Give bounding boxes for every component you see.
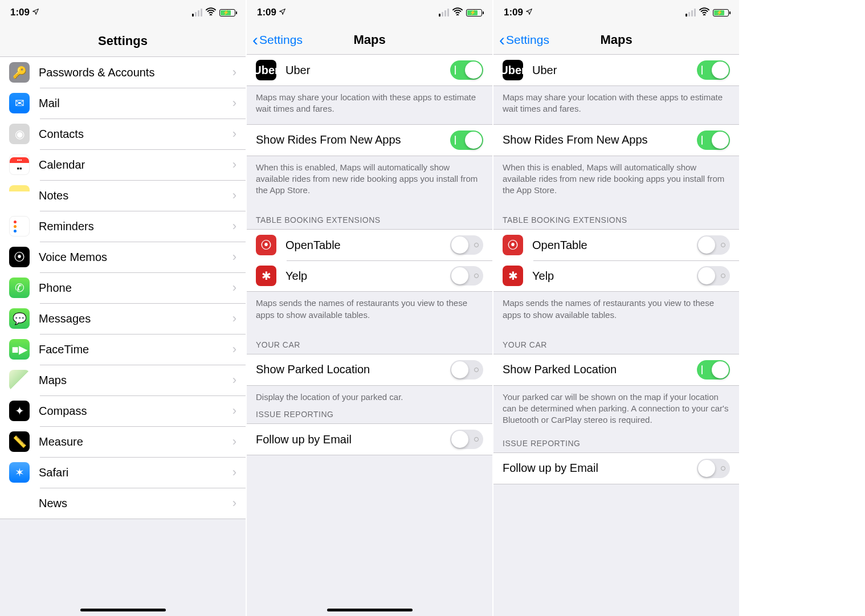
row-label: Phone — [39, 282, 232, 295]
row-opentable[interactable]: ⦿ OpenTable — [493, 230, 739, 260]
row-yelp[interactable]: ✱ Yelp — [493, 260, 739, 291]
wifi-icon — [206, 7, 216, 18]
row-label: Notes — [39, 189, 232, 202]
row-voicememos[interactable]: ⦿ Voice Memos › — [0, 242, 246, 272]
row-show-rides[interactable]: Show Rides From New Apps — [247, 125, 492, 156]
row-label: Show Rides From New Apps — [503, 133, 697, 146]
toggle-parked[interactable] — [697, 360, 730, 380]
page-title: Settings — [0, 34, 246, 48]
chevron-right-icon: › — [232, 65, 236, 80]
status-time: 1:09 — [504, 7, 523, 18]
row-yelp[interactable]: ✱ Yelp — [247, 260, 492, 291]
uber-icon: Uber — [256, 60, 276, 80]
row-safari[interactable]: ✶ Safari › — [0, 457, 246, 488]
status-bar: 1:09 — [493, 0, 739, 25]
section-issue-reporting: ISSUE REPORTING — [247, 406, 492, 423]
row-followup[interactable]: Follow up by Email — [247, 424, 492, 455]
row-label: News — [39, 497, 232, 510]
yelp-icon: ✱ — [256, 266, 276, 286]
row-uber[interactable]: Uber Uber — [247, 55, 492, 85]
status-time: 1:09 — [257, 7, 276, 18]
location-icon — [525, 7, 533, 18]
row-label: Mail — [39, 97, 232, 110]
chevron-right-icon: › — [232, 373, 236, 387]
row-mail[interactable]: ✉︎ Mail › — [0, 88, 246, 119]
chevron-right-icon: › — [232, 250, 236, 264]
row-label: Uber — [532, 64, 697, 77]
toggle-show-rides[interactable] — [450, 130, 483, 150]
toggle-opentable[interactable] — [697, 235, 730, 255]
toggle-uber[interactable] — [697, 60, 730, 80]
section-table-booking: TABLE BOOKING EXTENSIONS — [493, 205, 739, 229]
row-notes[interactable]: Notes › — [0, 180, 246, 211]
home-indicator[interactable] — [80, 609, 166, 611]
row-label: Follow up by Email — [256, 433, 450, 446]
voicememos-icon: ⦿ — [9, 247, 30, 267]
row-followup[interactable]: Follow up by Email — [493, 453, 739, 484]
toggle-uber[interactable] — [450, 60, 483, 80]
compass-icon: ✦ — [9, 401, 30, 421]
row-calendar[interactable]: •••▪▪ Calendar › — [0, 149, 246, 180]
chevron-right-icon: › — [232, 157, 236, 172]
toggle-followup[interactable] — [450, 430, 483, 449]
row-parked[interactable]: Show Parked Location — [493, 354, 739, 385]
show-rides-footer: When this is enabled, Maps will automati… — [493, 156, 739, 206]
row-uber[interactable]: Uber Uber — [493, 55, 739, 85]
row-label: Uber — [285, 64, 450, 77]
show-rides-footer: When this is enabled, Maps will automati… — [247, 156, 492, 206]
maps-icon — [9, 370, 30, 390]
row-label: Voice Memos — [39, 251, 232, 264]
row-label: Safari — [39, 466, 232, 479]
row-label: FaceTime — [39, 343, 232, 356]
back-button[interactable]: ‹Settings — [247, 31, 303, 48]
row-parked[interactable]: Show Parked Location — [247, 354, 492, 385]
row-compass[interactable]: ✦ Compass › — [0, 395, 246, 426]
back-label: Settings — [506, 33, 549, 47]
cell-signal-icon — [192, 9, 202, 17]
toggle-opentable[interactable] — [450, 235, 483, 255]
row-messages[interactable]: 💬 Messages › — [0, 303, 246, 334]
messages-icon: 💬 — [9, 308, 30, 329]
chevron-right-icon: › — [232, 219, 236, 234]
toggle-yelp[interactable] — [697, 266, 730, 285]
row-label: Passwords & Accounts — [39, 66, 232, 79]
toggle-parked[interactable] — [450, 360, 483, 380]
row-passwords[interactable]: 🔑 Passwords & Accounts › — [0, 57, 246, 88]
toggle-show-rides[interactable] — [697, 130, 730, 150]
opentable-icon: ⦿ — [256, 235, 276, 255]
home-indicator[interactable] — [327, 609, 413, 611]
status-time: 1:09 — [10, 7, 30, 18]
battery-icon — [713, 9, 729, 17]
chevron-left-icon: ‹ — [252, 31, 258, 48]
parked-footer: Your parked car will be shown on the map… — [493, 386, 739, 435]
ride-footer: Maps may share your location with these … — [493, 86, 739, 124]
chevron-right-icon: › — [232, 311, 236, 326]
nav-header: Settings — [0, 25, 246, 57]
chevron-right-icon: › — [232, 96, 236, 111]
row-contacts[interactable]: ◉ Contacts › — [0, 119, 246, 149]
row-reminders[interactable]: Reminders › — [0, 211, 246, 242]
chevron-left-icon: ‹ — [499, 31, 505, 48]
row-label: Yelp — [285, 270, 450, 283]
row-measure[interactable]: 📏 Measure › — [0, 426, 246, 457]
cell-signal-icon — [439, 9, 449, 17]
row-show-rides[interactable]: Show Rides From New Apps — [493, 125, 739, 156]
cell-signal-icon — [686, 9, 696, 17]
wifi-icon — [699, 7, 709, 18]
screen-maps-1: 1:09 ‹Settings Maps Uber Uber Maps may s… — [247, 0, 493, 616]
row-opentable[interactable]: ⦿ OpenTable — [247, 230, 492, 260]
row-news[interactable]: N News › — [0, 488, 246, 519]
toggle-yelp[interactable] — [450, 266, 483, 285]
section-your-car: YOUR CAR — [493, 330, 739, 354]
section-issue-reporting: ISSUE REPORTING — [493, 435, 739, 452]
back-button[interactable]: ‹Settings — [493, 31, 549, 48]
status-bar: 1:09 — [0, 0, 246, 25]
battery-icon — [466, 9, 482, 17]
settings-list[interactable]: 🔑 Passwords & Accounts › ✉︎ Mail › ◉ Con… — [0, 57, 246, 616]
toggle-followup[interactable] — [697, 459, 730, 478]
row-maps[interactable]: Maps › — [0, 365, 246, 395]
chevron-right-icon: › — [232, 342, 236, 357]
row-label: Show Rides From New Apps — [256, 133, 450, 146]
row-facetime[interactable]: ■▶ FaceTime › — [0, 334, 246, 365]
row-phone[interactable]: ✆ Phone › — [0, 272, 246, 303]
